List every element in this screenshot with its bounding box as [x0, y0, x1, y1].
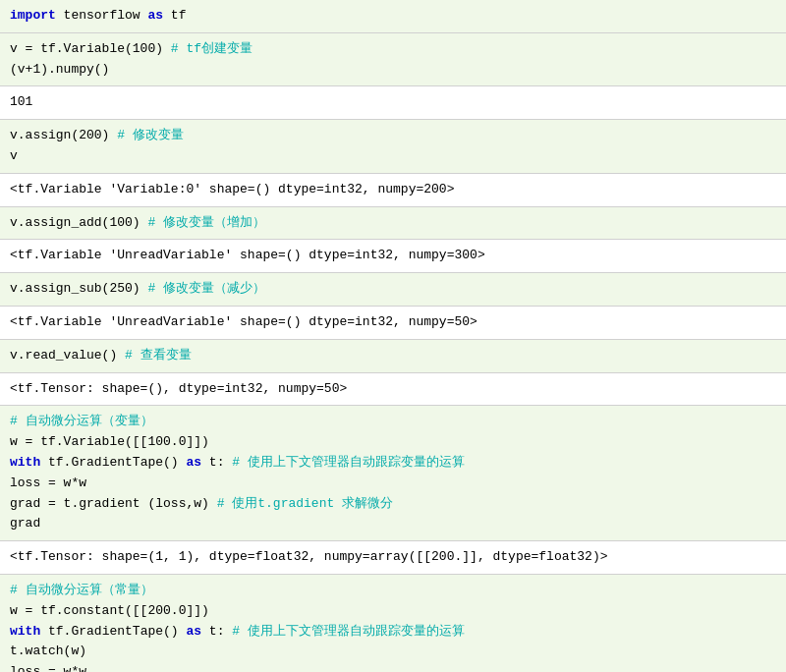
- code-token: as: [186, 455, 201, 470]
- code-line: # 自动微分运算（常量）: [10, 581, 776, 601]
- code-line: v.assign_add(100) # 修改变量（增加）: [10, 213, 776, 234]
- code-token: w = tf.constant([[200.0]]): [10, 603, 209, 618]
- code-token: t:: [201, 455, 232, 470]
- code-token: import: [10, 8, 56, 23]
- code-token: (v+1).numpy(): [10, 62, 109, 77]
- block2: v = tf.Variable(100) # tf创建变量(v+1).numpy…: [0, 33, 786, 87]
- code-token: as: [147, 8, 163, 23]
- code-line: loss = w*w: [10, 474, 776, 494]
- block6: v.assign_add(100) # 修改变量（增加）: [0, 207, 786, 241]
- block14: # 自动微分运算（常量）w = tf.constant([[200.0]])wi…: [0, 575, 786, 672]
- code-token: tf.GradientTape(): [40, 624, 186, 639]
- block12: # 自动微分运算（变量）w = tf.Variable([[100.0]])wi…: [0, 406, 786, 541]
- block10: v.read_value() # 查看变量: [0, 340, 786, 373]
- code-token: v = tf.Variable(100): [10, 41, 163, 56]
- code-token: v: [10, 148, 18, 163]
- code-line: <tf.Variable 'Variable:0' shape=() dtype…: [10, 180, 776, 200]
- code-token: # 使用t.gradient 求解微分: [217, 496, 393, 511]
- code-token: # 使用上下文管理器自动跟踪变量的运算: [232, 624, 465, 639]
- code-line: v = tf.Variable(100) # tf创建变量: [10, 39, 776, 60]
- code-line: <tf.Variable 'UnreadVariable' shape=() d…: [10, 246, 776, 266]
- code-line: import tensorflow as tf: [10, 6, 776, 27]
- code-token: v.assign_sub(250): [10, 281, 147, 296]
- code-token: # tf创建变量: [171, 41, 253, 56]
- code-token: # 自动微分运算（变量）: [10, 414, 153, 428]
- code-line: v.assign_sub(250) # 修改变量（减少）: [10, 279, 776, 300]
- code-token: with: [10, 455, 40, 470]
- code-line: <tf.Tensor: shape=(1, 1), dtype=float32,…: [10, 547, 776, 568]
- code-line: # 自动微分运算（变量）: [10, 412, 776, 432]
- code-token: # 修改变量（增加）: [147, 215, 265, 230]
- code-line: loss = w*w: [10, 662, 776, 672]
- code-token: tf.GradientTape(): [40, 455, 186, 470]
- code-token: as: [186, 624, 201, 639]
- code-token: tf: [163, 8, 186, 23]
- code-line: with tf.GradientTape() as t: # 使用上下文管理器自…: [10, 622, 776, 643]
- code-token: grad = t.gradient (loss,w): [10, 496, 217, 511]
- code-token: t.watch(w): [10, 644, 86, 658]
- code-line: v: [10, 146, 776, 167]
- code-token: v.assign_add(100): [10, 215, 147, 230]
- code-token: tensorflow: [56, 8, 148, 23]
- code-line: v.assign(200) # 修改变量: [10, 126, 776, 146]
- block3: 101: [0, 86, 786, 120]
- code-line: 101: [10, 92, 776, 113]
- code-token: loss = w*w: [10, 476, 86, 490]
- code-line: with tf.GradientTape() as t: # 使用上下文管理器自…: [10, 453, 776, 474]
- code-line: grad = t.gradient (loss,w) # 使用t.gradien…: [10, 494, 776, 515]
- code-token: loss = w*w: [10, 664, 86, 672]
- code-token: w = tf.Variable([[100.0]]): [10, 434, 209, 449]
- code-token: grad: [10, 516, 40, 531]
- block1: import tensorflow as tf: [0, 0, 786, 33]
- code-token: <tf.Variable 'UnreadVariable' shape=() d…: [10, 314, 477, 329]
- block11: <tf.Tensor: shape=(), dtype=int32, numpy…: [0, 373, 786, 407]
- code-line: (v+1).numpy(): [10, 60, 776, 81]
- code-line: t.watch(w): [10, 642, 776, 662]
- code-token: <tf.Tensor: shape=(1, 1), dtype=float32,…: [10, 549, 608, 564]
- code-line: <tf.Tensor: shape=(), dtype=int32, numpy…: [10, 379, 776, 400]
- code-token: # 自动微分运算（常量）: [10, 583, 153, 597]
- blocks-container: import tensorflow as tfv = tf.Variable(1…: [0, 0, 786, 672]
- code-line: w = tf.constant([[200.0]]): [10, 601, 776, 622]
- block4: v.assign(200) # 修改变量v: [0, 120, 786, 174]
- code-token: t:: [201, 624, 232, 639]
- code-token: v.assign(200): [10, 128, 117, 142]
- block9: <tf.Variable 'UnreadVariable' shape=() d…: [0, 307, 786, 340]
- code-line: v.read_value() # 查看变量: [10, 346, 776, 366]
- code-line: grad: [10, 514, 776, 534]
- code-token: v.read_value(): [10, 348, 125, 363]
- block7: <tf.Variable 'UnreadVariable' shape=() d…: [0, 240, 786, 273]
- code-line: <tf.Variable 'UnreadVariable' shape=() d…: [10, 312, 776, 333]
- code-token: [163, 41, 171, 56]
- code-token: # 使用上下文管理器自动跟踪变量的运算: [232, 455, 465, 470]
- code-token: <tf.Tensor: shape=(), dtype=int32, numpy…: [10, 381, 347, 396]
- code-line: w = tf.Variable([[100.0]]): [10, 432, 776, 453]
- code-token: # 修改变量: [117, 128, 184, 142]
- block13: <tf.Tensor: shape=(1, 1), dtype=float32,…: [0, 541, 786, 575]
- code-token: # 修改变量（减少）: [147, 281, 265, 296]
- page-wrapper: import tensorflow as tfv = tf.Variable(1…: [0, 0, 786, 672]
- block8: v.assign_sub(250) # 修改变量（减少）: [0, 273, 786, 307]
- code-token: 101: [10, 94, 32, 109]
- code-token: # 查看变量: [125, 348, 192, 363]
- block5: <tf.Variable 'Variable:0' shape=() dtype…: [0, 174, 786, 207]
- code-token: <tf.Variable 'UnreadVariable' shape=() d…: [10, 248, 485, 262]
- code-token: with: [10, 624, 40, 639]
- code-token: <tf.Variable 'Variable:0' shape=() dtype…: [10, 182, 454, 196]
